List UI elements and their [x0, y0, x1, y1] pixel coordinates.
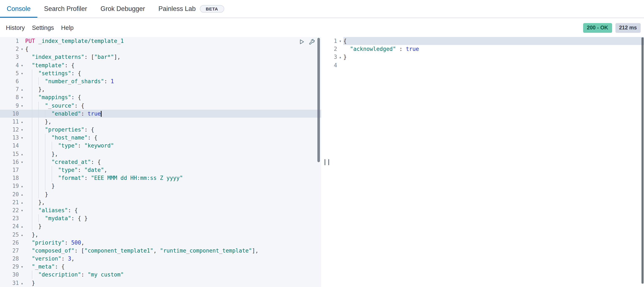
code-line[interactable]: 13▾"host_name": { — [0, 134, 321, 142]
fold-open-icon[interactable]: ▾ — [19, 158, 25, 166]
code-line[interactable]: 29▾"_meta": { — [0, 263, 321, 271]
code-line[interactable]: 8▾"mappings": { — [0, 94, 321, 102]
code-line[interactable]: 22▾"aliases": { — [0, 206, 321, 214]
token: "type" — [58, 167, 78, 173]
code-line[interactable]: 12▾"properties": { — [0, 126, 321, 134]
fold-open-icon[interactable]: ▾ — [19, 61, 25, 69]
gutter-cell: 2 — [332, 45, 344, 53]
gutter-cell: 2▾ — [0, 45, 25, 53]
fold-close-icon[interactable]: ▴ — [19, 182, 25, 190]
indent-guide — [32, 134, 38, 142]
fold-open-icon[interactable]: ▾ — [19, 94, 25, 102]
code-line[interactable]: 3"index_patterns": ["bar*"], — [0, 53, 321, 61]
code-line[interactable]: 28"version": 3, — [0, 255, 321, 263]
code-line[interactable]: 9▾"_source": { — [0, 102, 321, 109]
code-text: } — [25, 190, 321, 198]
indent-space — [25, 102, 32, 109]
code-line[interactable]: 14"type": "keyword" — [0, 142, 321, 150]
fold-close-icon[interactable]: ▴ — [19, 198, 25, 206]
send-request-button[interactable] — [298, 38, 305, 45]
tab-console[interactable]: Console — [0, 0, 37, 18]
fold-close-icon[interactable]: ▴ — [19, 150, 25, 158]
code-line[interactable]: 20▴} — [0, 190, 321, 198]
fold-spacer — [19, 166, 25, 174]
indent-space — [25, 238, 32, 246]
indent-guide — [45, 109, 52, 117]
line-number: 22 — [0, 206, 19, 214]
fold-open-icon[interactable]: ▾ — [19, 126, 25, 134]
code-line[interactable]: 26"priority": 500, — [0, 238, 321, 246]
code-line[interactable]: 1PUT _index_template/template_1 — [0, 37, 321, 45]
indent-space — [25, 247, 32, 255]
code-line[interactable]: 2"acknowledged" : true — [332, 45, 644, 53]
tab-painless-lab[interactable]: Painless Lab BETA — [152, 0, 231, 18]
code-line[interactable]: 24▴} — [0, 222, 321, 230]
code-line[interactable]: 7▴}, — [0, 85, 321, 93]
line-number: 26 — [0, 238, 19, 246]
indent-guide — [45, 142, 52, 150]
fold-open-icon[interactable]: ▾ — [19, 206, 25, 214]
code-line[interactable]: 4 — [332, 61, 644, 69]
code-line[interactable]: 6"number_of_shards": 1 — [0, 77, 321, 85]
fold-close-icon[interactable]: ▴ — [19, 222, 25, 230]
fold-close-icon[interactable]: ▴ — [19, 230, 25, 238]
code-line[interactable]: 5▾"settings": { — [0, 69, 321, 77]
token: }, — [45, 119, 52, 125]
top-tab-bar: Console Search Profiler Grok Debugger Pa… — [0, 0, 644, 18]
indent-guide — [32, 69, 38, 77]
token: : { } — [71, 215, 88, 221]
code-line[interactable]: 2▾{ — [0, 45, 321, 53]
code-line[interactable]: 25▴}, — [0, 230, 321, 238]
token: : — [61, 255, 68, 262]
code-line[interactable]: 4▾"template": { — [0, 61, 321, 69]
fold-close-icon[interactable]: ▴ — [19, 118, 25, 126]
fold-open-icon[interactable]: ▾ — [19, 134, 25, 142]
code-line[interactable]: 10"enabled": true — [0, 109, 321, 117]
indent-guide — [32, 198, 38, 206]
menu-item-history[interactable]: History — [6, 24, 25, 31]
code-line[interactable]: 31▴} — [0, 279, 321, 287]
code-line[interactable]: 21▴}, — [0, 198, 321, 206]
request-options-button[interactable] — [308, 38, 315, 45]
line-number: 4 — [0, 61, 19, 69]
indent-guide — [32, 174, 38, 182]
fold-open-icon[interactable]: ▾ — [19, 263, 25, 271]
fold-open-icon[interactable]: ▾ — [19, 102, 25, 109]
code-line[interactable]: 16▾"created_at": { — [0, 158, 321, 166]
response-editor[interactable]: 1▾{2"acknowledged" : true3▴}4 — [332, 37, 644, 287]
fold-close-icon[interactable]: ▴ — [19, 85, 25, 93]
indent-guide — [38, 150, 45, 158]
indent-guide — [32, 190, 38, 198]
code-line[interactable]: 1▾{ — [332, 37, 644, 45]
fold-close-icon[interactable]: ▴ — [337, 53, 344, 61]
code-line[interactable]: 15▴}, — [0, 150, 321, 158]
code-line[interactable]: 27"composed_of": ["component_template1",… — [0, 247, 321, 255]
fold-spacer — [19, 238, 25, 246]
code-line[interactable]: 18"format": "EEE MMM dd HH:mm:ss Z yyyy" — [0, 174, 321, 182]
code-text: "index_patterns": ["bar*"], — [25, 53, 321, 61]
code-line[interactable]: 23"mydata": { } — [0, 214, 321, 222]
code-text: "priority": 500, — [25, 238, 321, 246]
tab-grok-debugger[interactable]: Grok Debugger — [94, 0, 152, 18]
code-line[interactable]: 19▴} — [0, 182, 321, 190]
fold-close-icon[interactable]: ▴ — [19, 190, 25, 198]
fold-close-icon[interactable]: ▴ — [19, 279, 25, 287]
token: 500 — [71, 239, 81, 246]
fold-spacer — [19, 77, 25, 85]
code-line[interactable]: 17"type": "date", — [0, 166, 321, 174]
request-editor[interactable]: 1PUT _index_template/template_12▾{3"inde… — [0, 37, 321, 287]
fold-open-icon[interactable]: ▾ — [19, 45, 25, 53]
code-line[interactable]: 11▴}, — [0, 118, 321, 126]
token: : — [396, 46, 406, 52]
panel-resizer[interactable] — [321, 37, 332, 287]
tab-search-profiler[interactable]: Search Profiler — [37, 0, 94, 18]
fold-open-icon[interactable]: ▾ — [337, 37, 344, 45]
code-line[interactable]: 30"description": "my custom" — [0, 271, 321, 279]
fold-open-icon[interactable]: ▾ — [19, 69, 25, 77]
code-line[interactable]: 3▴} — [332, 53, 644, 61]
indent-space — [25, 190, 32, 198]
page-scrollbar-thumb[interactable] — [642, 37, 644, 284]
menu-item-help[interactable]: Help — [61, 24, 74, 31]
menu-item-settings[interactable]: Settings — [32, 24, 54, 31]
request-scrollbar-thumb[interactable] — [318, 38, 320, 162]
